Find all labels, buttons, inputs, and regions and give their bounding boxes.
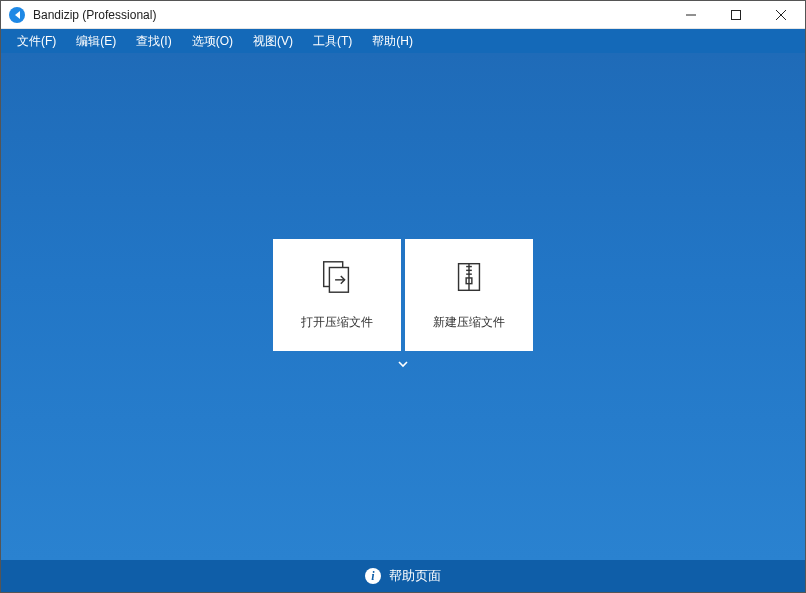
minimize-button[interactable]	[668, 1, 713, 29]
maximize-button[interactable]	[713, 1, 758, 29]
menu-find[interactable]: 查找(I)	[126, 30, 181, 53]
menu-help[interactable]: 帮助(H)	[362, 30, 423, 53]
menu-options[interactable]: 选项(O)	[182, 30, 243, 53]
menu-view[interactable]: 视图(V)	[243, 30, 303, 53]
close-button[interactable]	[758, 1, 803, 29]
chevron-down-icon[interactable]	[396, 357, 410, 375]
svg-rect-1	[731, 10, 740, 19]
window-controls	[668, 1, 803, 29]
open-archive-button[interactable]: 打开压缩文件	[273, 239, 401, 351]
app-icon	[9, 7, 25, 23]
open-archive-label: 打开压缩文件	[301, 314, 373, 331]
new-archive-icon	[450, 258, 488, 300]
menu-tools[interactable]: 工具(T)	[303, 30, 362, 53]
new-archive-button[interactable]: 新建压缩文件	[405, 239, 533, 351]
menubar: 文件(F) 编辑(E) 查找(I) 选项(O) 视图(V) 工具(T) 帮助(H…	[1, 29, 805, 53]
statusbar: i 帮助页面	[1, 560, 805, 592]
menu-edit[interactable]: 编辑(E)	[66, 30, 126, 53]
info-icon: i	[365, 568, 381, 584]
menu-file[interactable]: 文件(F)	[7, 30, 66, 53]
new-archive-label: 新建压缩文件	[433, 314, 505, 331]
open-archive-icon	[318, 258, 356, 300]
window-title: Bandizip (Professional)	[33, 8, 156, 22]
help-page-link[interactable]: 帮助页面	[389, 567, 441, 585]
workspace: 打开压缩文件 新建压缩文件	[1, 53, 805, 560]
titlebar: Bandizip (Professional)	[1, 1, 805, 29]
